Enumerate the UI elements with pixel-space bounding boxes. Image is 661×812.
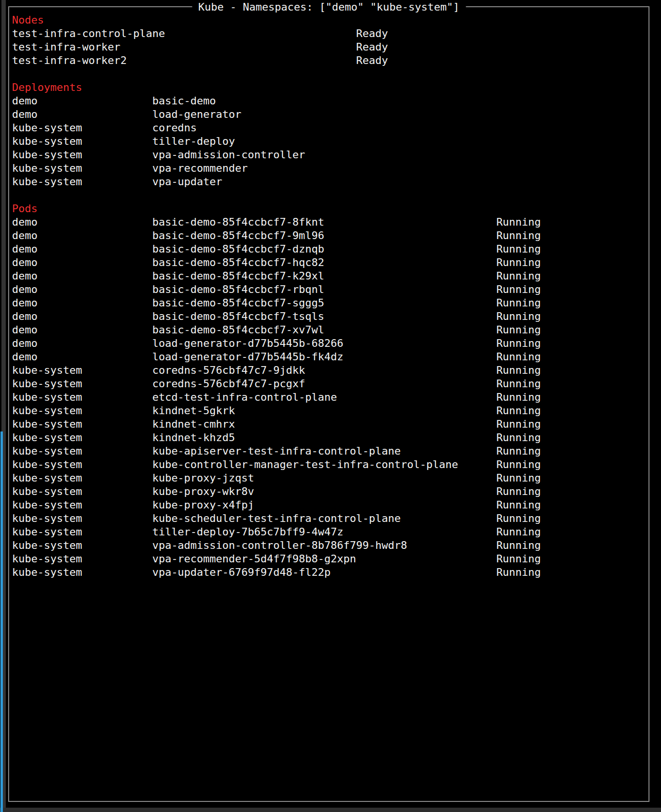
pod-name: basic-demo-85f4ccbcf7-xv7wl xyxy=(152,323,496,337)
pod-status: Running xyxy=(496,270,541,282)
pod-row: kube-systemkube-apiserver-test-infra-con… xyxy=(12,444,648,458)
pod-row: kube-systemkube-scheduler-test-infra-con… xyxy=(12,512,648,525)
pod-namespace: kube-system xyxy=(12,431,152,444)
panel-content: Nodestest-infra-control-planeReadytest-i… xyxy=(12,13,648,579)
pod-namespace: demo xyxy=(12,296,152,310)
pod-name: basic-demo-85f4ccbcf7-k29xl xyxy=(152,269,496,283)
pod-name: basic-demo-85f4ccbcf7-tsqls xyxy=(152,310,496,323)
deployment-name: coredns xyxy=(152,122,197,134)
pod-status: Running xyxy=(496,324,541,336)
pod-name: vpa-updater-6769f97d48-fl22p xyxy=(152,566,496,579)
deployment-row: kube-systemtiller-deploy xyxy=(12,135,648,148)
pod-name: kindnet-5gkrk xyxy=(152,404,496,418)
section-header-nodes: Nodes xyxy=(12,13,648,27)
pod-status: Running xyxy=(496,378,541,390)
pod-row: kube-systemvpa-recommender-5d4f7f98b8-g2… xyxy=(12,552,648,566)
deployment-namespace: kube-system xyxy=(12,148,152,162)
pod-namespace: demo xyxy=(12,350,152,364)
pod-status: Running xyxy=(496,458,541,470)
pod-name: kube-proxy-wkr8v xyxy=(152,485,496,498)
pod-status: Running xyxy=(496,485,541,497)
pod-name: kube-controller-manager-test-infra-contr… xyxy=(152,458,496,471)
deployment-name: vpa-updater xyxy=(152,176,222,188)
pod-namespace: kube-system xyxy=(12,471,152,485)
node-row: test-infra-workerReady xyxy=(12,40,648,54)
deployment-row: kube-systemvpa-admission-controller xyxy=(12,148,648,162)
pod-namespace: kube-system xyxy=(12,552,152,566)
deployment-namespace: kube-system xyxy=(12,121,152,135)
pod-row: demobasic-demo-85f4ccbcf7-9ml96Running xyxy=(12,229,648,242)
pod-namespace: kube-system xyxy=(12,539,152,552)
pod-name: load-generator-d77b5445b-68266 xyxy=(152,337,496,350)
deployment-namespace: kube-system xyxy=(12,175,152,189)
pod-row: kube-systemvpa-updater-6769f97d48-fl22pR… xyxy=(12,566,648,579)
pod-row: kube-systemkube-proxy-jzqstRunning xyxy=(12,471,648,485)
pod-row: kube-systemkindnet-cmhrxRunning xyxy=(12,418,648,431)
pod-status: Running xyxy=(496,229,541,241)
pod-status: Running xyxy=(496,351,541,363)
pod-row: demobasic-demo-85f4ccbcf7-sggg5Running xyxy=(12,296,648,310)
pod-row: kube-systemkube-proxy-x4fpjRunning xyxy=(12,498,648,512)
pod-namespace: kube-system xyxy=(12,498,152,512)
node-row: test-infra-worker2Ready xyxy=(12,54,648,67)
node-name: test-infra-control-plane xyxy=(12,27,356,40)
terminal-screen[interactable]: Kube - Namespaces: ["demo" "kube-system"… xyxy=(0,0,661,812)
pod-name: vpa-recommender-5d4f7f98b8-g2xpn xyxy=(152,552,496,566)
pod-status: Running xyxy=(496,526,541,538)
pod-row: kube-systemcoredns-576cbf47c7-9jdkkRunni… xyxy=(12,364,648,377)
pod-namespace: demo xyxy=(12,256,152,269)
pod-status: Running xyxy=(496,512,541,524)
pod-namespace: demo xyxy=(12,323,152,337)
pod-namespace: kube-system xyxy=(12,404,152,418)
node-status: Ready xyxy=(356,41,388,53)
pod-status: Running xyxy=(496,445,541,457)
pod-name: kube-proxy-jzqst xyxy=(152,471,496,485)
pod-name: etcd-test-infra-control-plane xyxy=(152,391,496,404)
node-row: test-infra-control-planeReady xyxy=(12,27,648,40)
pod-namespace: kube-system xyxy=(12,512,152,525)
deployment-row: kube-systemvpa-updater xyxy=(12,175,648,189)
pod-row: kube-systemtiller-deploy-7b65c7bff9-4w47… xyxy=(12,525,648,539)
pod-namespace: demo xyxy=(12,242,152,256)
pod-name: kube-apiserver-test-infra-control-plane xyxy=(152,444,496,458)
pod-row: demobasic-demo-85f4ccbcf7-k29xlRunning xyxy=(12,269,648,283)
pod-status: Running xyxy=(496,566,541,578)
pod-namespace: demo xyxy=(12,283,152,296)
deployment-row: demoload-generator xyxy=(12,108,648,121)
section-header-pods: Pods xyxy=(12,202,648,216)
pod-namespace: kube-system xyxy=(12,485,152,498)
node-name: test-infra-worker2 xyxy=(12,54,356,67)
pod-name: basic-demo-85f4ccbcf7-hqc82 xyxy=(152,256,496,269)
pod-status: Running xyxy=(496,405,541,417)
pod-row: demoload-generator-d77b5445b-68266Runnin… xyxy=(12,337,648,350)
pod-namespace: demo xyxy=(12,269,152,283)
pod-row: kube-systemkube-proxy-wkr8vRunning xyxy=(12,485,648,498)
pod-namespace: demo xyxy=(12,310,152,323)
pod-status: Running xyxy=(496,499,541,511)
scroll-indicator[interactable] xyxy=(0,431,3,812)
spacer-row xyxy=(12,189,648,202)
deployment-namespace: kube-system xyxy=(12,135,152,148)
pod-name: basic-demo-85f4ccbcf7-dznqb xyxy=(152,242,496,256)
pod-name: coredns-576cbf47c7-9jdkk xyxy=(152,364,496,377)
pod-status: Running xyxy=(496,472,541,484)
pod-namespace: kube-system xyxy=(12,364,152,377)
pod-namespace: kube-system xyxy=(12,566,152,579)
pod-namespace: kube-system xyxy=(12,377,152,391)
pod-status: Running xyxy=(496,364,541,376)
pod-status: Running xyxy=(496,310,541,322)
section-header-deployments: Deployments xyxy=(12,81,648,94)
pod-status: Running xyxy=(496,418,541,430)
pod-status: Running xyxy=(496,539,541,551)
node-status: Ready xyxy=(356,27,388,39)
pod-name: basic-demo-85f4ccbcf7-8fknt xyxy=(152,216,496,229)
pod-name: kindnet-cmhrx xyxy=(152,418,496,431)
pod-row: kube-systemvpa-admission-controller-8b78… xyxy=(12,539,648,552)
pod-namespace: kube-system xyxy=(12,418,152,431)
deployment-name: tiller-deploy xyxy=(152,135,235,147)
pod-name: coredns-576cbf47c7-pcgxf xyxy=(152,377,496,391)
pod-name: basic-demo-85f4ccbcf7-9ml96 xyxy=(152,229,496,242)
deployment-row: demobasic-demo xyxy=(12,94,648,108)
deployment-row: kube-systemvpa-recommender xyxy=(12,162,648,175)
spacer-row xyxy=(12,67,648,81)
